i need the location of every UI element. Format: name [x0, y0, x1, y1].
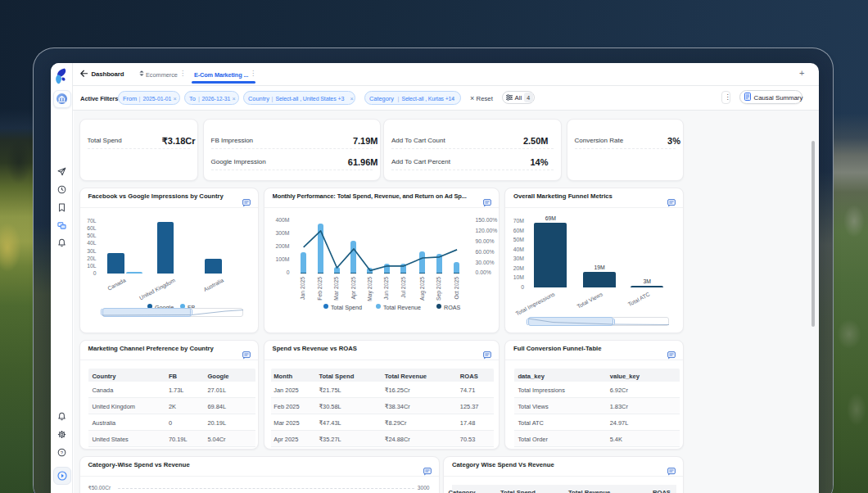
svg-text:?: ? — [61, 450, 64, 455]
